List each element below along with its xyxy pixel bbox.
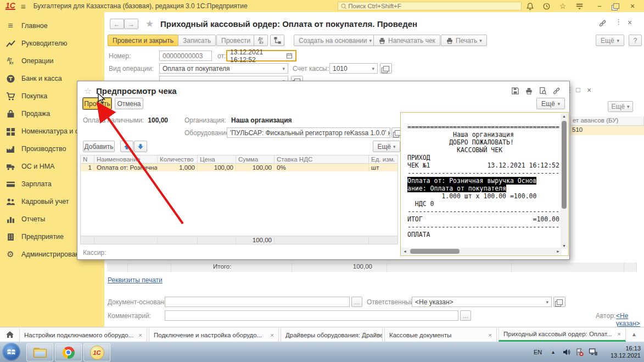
table-row[interactable]: 1 Оплата от: Розничная вы... 1,000 100,0… <box>81 164 397 171</box>
dialog-maximize-icon[interactable]: □ <box>576 86 580 94</box>
cash-account-open-button[interactable] <box>380 63 392 74</box>
cash-account-select[interactable]: 1010▾ <box>329 63 378 74</box>
scroll-left-icon[interactable]: ◄ <box>403 249 407 253</box>
dialog-save-icon[interactable] <box>511 87 519 95</box>
favorites-star-icon[interactable]: ☆ <box>557 1 568 11</box>
dialog-preview-icon[interactable] <box>539 87 547 95</box>
notifications-bell-icon[interactable] <box>524 1 535 11</box>
search-icon <box>340 3 347 10</box>
scroll-right-icon[interactable]: ► <box>556 249 560 253</box>
comment-ellipsis-button[interactable]: ... <box>460 310 471 321</box>
close-tab-icon[interactable]: × <box>266 332 274 338</box>
post-and-close-button[interactable]: Провести и закрыть <box>108 35 178 46</box>
volume-icon[interactable] <box>562 342 571 362</box>
responsible-open-button[interactable] <box>553 297 565 307</box>
sidebar-item-operacii[interactable]: Дт КтОперации <box>0 53 104 69</box>
network-icon[interactable] <box>589 342 598 362</box>
history-icon[interactable] <box>541 1 552 11</box>
cancel-button[interactable]: Отмена <box>115 98 143 109</box>
dialog-title: Предпросмотр чека <box>96 86 177 96</box>
dialog-favorite-star-icon[interactable]: ☆ <box>84 86 92 96</box>
minimize-icon[interactable]: − <box>594 1 605 11</box>
tab-list-expand-icon[interactable]: ▲ <box>631 331 637 337</box>
taskbar-explorer-button[interactable] <box>26 343 53 361</box>
tab-prihodnyj-kassovyj-order[interactable]: Приходный кассовый ордер: Оплат...× <box>499 328 626 342</box>
dialog-print-icon[interactable] <box>525 87 533 95</box>
receipt-hscrollbar[interactable]: ◄ ► <box>401 248 562 255</box>
help-button[interactable]: ? <box>629 35 642 46</box>
base-document-input[interactable] <box>165 297 350 307</box>
restore-icon[interactable] <box>611 1 621 11</box>
number-input[interactable]: 00000000003 <box>159 51 212 61</box>
base-document-ellipsis-button[interactable]: ... <box>351 297 362 307</box>
print-details-link[interactable]: Реквизиты печати <box>108 276 163 284</box>
close-tab-icon[interactable]: × <box>484 332 492 338</box>
receipt-vscrollbar[interactable]: ▼ ▲ <box>561 113 568 249</box>
taskbar-chrome-button[interactable] <box>55 343 82 361</box>
close-tab-icon[interactable]: × <box>134 332 142 338</box>
close-window-icon[interactable]: × <box>627 1 638 11</box>
tray-expand-icon[interactable]: ▲ <box>551 342 556 362</box>
commit-button[interactable]: Пробить <box>83 98 111 109</box>
global-search[interactable] <box>338 2 522 10</box>
search-input[interactable] <box>347 2 519 10</box>
bag-icon <box>5 109 16 119</box>
sidebar-item-glavnoe[interactable]: ≡Главное <box>0 18 104 34</box>
get-link-icon[interactable] <box>598 19 607 27</box>
calendar-icon[interactable] <box>286 52 293 59</box>
tab-kassovye-dokumenty[interactable]: Кассовые документы× <box>384 328 497 342</box>
operation-type-select[interactable]: Оплата от покупателя▾ <box>159 63 288 74</box>
hscroll-thumb[interactable] <box>410 249 460 254</box>
create-based-on-button[interactable]: Создать на основании▾ <box>294 35 377 46</box>
bank-icon <box>5 74 16 83</box>
dialog-more-button[interactable]: Ещё▾ <box>536 98 565 109</box>
responsible-select[interactable]: <Не указан>▾ <box>412 297 552 307</box>
nav-forward-button[interactable]: → <box>124 19 138 29</box>
tray-clock[interactable]: 16:1313.12.2021 <box>602 342 641 362</box>
form-kebab-icon[interactable]: ⋮ <box>615 18 622 26</box>
sidebar-item-rukovoditelyu[interactable]: Руководителю <box>0 35 104 52</box>
tab-podklyuchenie-oborudovaniya[interactable]: Подключение и настройка оборудо...× <box>149 328 279 342</box>
table-more-button[interactable]: Ещё▾ <box>373 141 400 152</box>
main-menu-icon[interactable]: ≡ <box>21 2 26 11</box>
write-button[interactable]: Записать <box>178 35 216 46</box>
scroll-down-icon[interactable]: ▼ <box>562 244 566 248</box>
scroll-up-icon[interactable]: ▲ <box>562 114 566 118</box>
tab-nastrojki-oborudovaniya[interactable]: Настройки подключаемого оборудо...× <box>19 328 147 342</box>
move-down-button[interactable] <box>134 141 147 152</box>
print-button[interactable]: Печать▾ <box>441 35 487 46</box>
advance-account-cell[interactable]: 510 <box>570 126 644 135</box>
dialog-close-icon[interactable]: × <box>587 86 591 94</box>
functions-menu-icon[interactable] <box>574 1 585 11</box>
fiscal-printer-icon <box>378 37 386 44</box>
folder-icon <box>33 348 47 358</box>
vscroll-thumb[interactable] <box>562 121 567 209</box>
move-up-button[interactable] <box>120 141 133 152</box>
action-center-flag-icon[interactable] <box>575 342 584 362</box>
structure-button[interactable] <box>270 35 284 46</box>
form-close-icon[interactable]: × <box>628 18 632 27</box>
dtkt-postings-button[interactable]: Дт Кт <box>254 35 268 46</box>
dialog-kebab-icon[interactable]: ⋮ <box>566 86 573 94</box>
tab-drajvery-oborudovaniya[interactable]: Драйверы оборудования: Драйвер...× <box>281 328 383 342</box>
close-tab-icon[interactable]: × <box>613 331 621 337</box>
start-button[interactable] <box>2 343 20 361</box>
post-button[interactable]: Провести <box>216 35 255 46</box>
print-check-button[interactable]: Напечатать чек <box>373 35 440 46</box>
favorite-star-icon[interactable]: ★ <box>145 18 154 30</box>
equipment-select[interactable]: 'ПУЛЬСАР: Фискальный регистратор reKassa… <box>227 127 390 138</box>
home-icon[interactable] <box>5 330 14 339</box>
form-more-button[interactable]: Ещё▾ <box>596 35 624 46</box>
background-more-button[interactable]: Ещё▾ <box>608 101 633 112</box>
operation-type-label: Вид операции: <box>109 65 154 73</box>
date-input[interactable]: 13.12.2021 16:12:52 <box>226 50 296 62</box>
items-table-footer: 100,00 <box>81 236 397 244</box>
author-link[interactable]: <Не указан> <box>616 312 644 327</box>
comment-input[interactable] <box>165 310 458 321</box>
language-indicator[interactable]: EN <box>534 342 542 362</box>
taskbar-1c-button[interactable]: 1С <box>83 343 110 361</box>
dialog-link-icon[interactable] <box>552 87 561 95</box>
add-row-button[interactable]: Добавить <box>83 141 115 152</box>
cash-payment-label: Оплата наличными: <box>83 116 144 124</box>
nav-back-button[interactable]: ← <box>110 19 124 29</box>
